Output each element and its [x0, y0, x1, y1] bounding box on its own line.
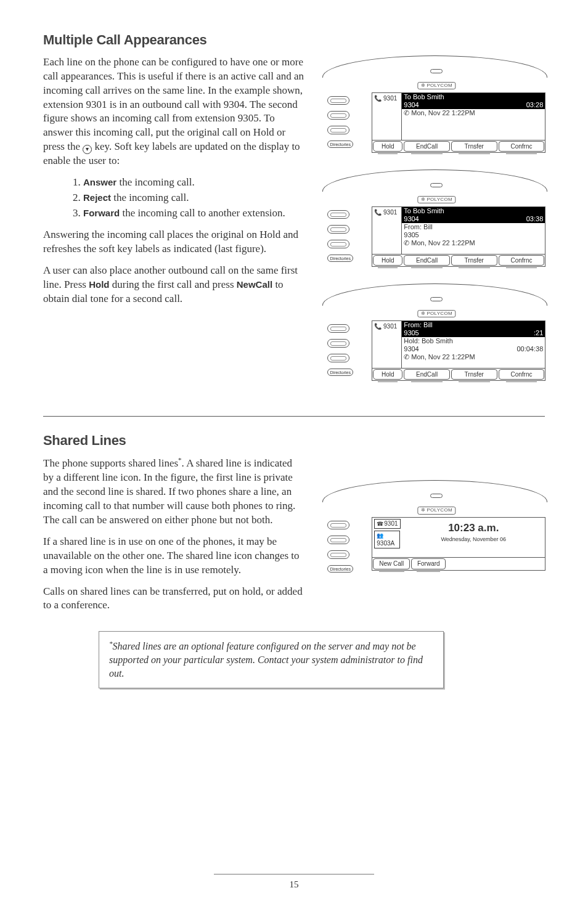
list-item-forward: 3. Forward the incoming call to another … — [73, 206, 304, 221]
call-state-icon: 📞 — [374, 323, 382, 330]
line-button-2 — [327, 111, 349, 120]
heading-multiple-call: Multiple Call Appearances — [43, 31, 545, 49]
idle-time: 10:23 a.m. — [402, 521, 545, 536]
softkey-confrnc: Confrnc — [499, 141, 545, 152]
line-button-3 — [327, 354, 349, 362]
lcd-line: To Bob Smith — [402, 93, 545, 101]
section-divider — [43, 416, 545, 417]
lcd-line: From: Bill — [402, 223, 545, 231]
softkey-endcall: EndCall — [404, 255, 450, 266]
list-item-answer: 1. Answer the incoming call. — [73, 176, 304, 190]
directories-button: Directories — [327, 369, 353, 376]
phone-illustration-1: ✲ POLYCOM Directories 📞 9301 To Bob Smit… — [322, 55, 550, 163]
lcd-line: 9305 — [402, 231, 545, 239]
lcd-line: 930400:04:38 — [402, 345, 545, 353]
softkey-confrnc: Confrnc — [499, 369, 545, 380]
page-number: 15 — [0, 874, 588, 891]
phone-illustration-3: ✲ POLYCOM Directories 📞 9301 From: Bill9… — [322, 283, 550, 391]
lcd-line: From: Bill — [402, 321, 545, 329]
line-button-2 — [327, 339, 349, 348]
line-button-1 — [327, 521, 349, 529]
line-button-1 — [327, 96, 349, 105]
phone-illustration-2: ✲ POLYCOM Directories 📞 9301 To Bob Smit… — [322, 169, 550, 277]
line-button-2 — [327, 225, 349, 234]
call-state-icon: 📞 — [374, 95, 382, 102]
softkey-hold: Hold — [373, 141, 402, 152]
ext-label-9301: ☎9301 — [374, 519, 400, 529]
softkey-hold: Hold — [373, 369, 402, 380]
phone-led-icon — [430, 183, 443, 187]
phone-illustration-shared: ✲ POLYCOM Directories ☎9301 👥9303A 10:23… — [322, 480, 550, 588]
line-button-3 — [327, 240, 349, 248]
list-item-reject: 2. Reject the incoming call. — [73, 191, 304, 205]
softkey-trnsfer: Trnsfer — [451, 369, 497, 380]
softkey-forward: Forward — [411, 558, 446, 569]
lcd-line: 930403:28 — [402, 101, 545, 109]
para-shared-1: The phone supports shared lines*. A shar… — [43, 455, 304, 527]
line-button-3 — [327, 126, 349, 134]
call-state-icon: 📞 — [374, 209, 382, 216]
phone-led-icon — [430, 494, 443, 498]
line-button-1 — [327, 210, 349, 219]
lcd-line: Hold: Bob Smith — [402, 337, 545, 345]
polycom-logo: ✲ POLYCOM — [418, 196, 455, 204]
phone-led-icon — [430, 69, 443, 73]
para-outbound: A user can also place another outbound c… — [43, 264, 304, 306]
lcd-line: ✆ Mon, Nov 22 1:22PM — [402, 109, 545, 117]
phone-icon: ☎ — [377, 521, 383, 527]
para-intro-a: Each line on the phone can be configured… — [43, 56, 304, 153]
line-button-3 — [327, 550, 349, 559]
softkey-trnsfer: Trnsfer — [451, 255, 497, 266]
ext-label-9303a: 👥9303A — [374, 531, 400, 548]
para-answering: Answering the incoming call places the o… — [43, 228, 304, 256]
softkey-newcall: New Call — [373, 558, 410, 569]
lcd-line: ✆ Mon, Nov 22 1:22PM — [402, 353, 545, 361]
softkey-endcall: EndCall — [404, 141, 450, 152]
softkey-endcall: EndCall — [404, 369, 450, 380]
down-arrow-key-icon: ▾ — [83, 145, 92, 154]
para-shared-2: If a shared line is in use on one of the… — [43, 535, 304, 577]
directories-button: Directories — [327, 565, 353, 573]
para-intro: Each line on the phone can be configured… — [43, 55, 304, 169]
directories-button: Directories — [327, 255, 353, 262]
lcd-line: 9305:21 — [402, 329, 545, 337]
directories-button: Directories — [327, 141, 353, 148]
polycom-logo: ✲ POLYCOM — [418, 507, 455, 515]
shared-line-icon: 👥 — [377, 532, 383, 539]
softkey-confrnc: Confrnc — [499, 255, 545, 266]
lcd-line: 930403:38 — [402, 215, 545, 223]
polycom-logo: ✲ POLYCOM — [418, 310, 455, 318]
lcd-line: ✆ Mon, Nov 22 1:22PM — [402, 239, 545, 247]
heading-shared-lines: Shared Lines — [43, 431, 545, 450]
softkey-hold: Hold — [373, 255, 402, 266]
line-button-2 — [327, 536, 349, 544]
footnote-box: *Shared lines are an optional feature co… — [99, 631, 444, 688]
phone-led-icon — [430, 297, 443, 301]
idle-date: Wednesday, November 06 — [402, 536, 545, 543]
polycom-logo: ✲ POLYCOM — [418, 82, 455, 90]
softkey-trnsfer: Trnsfer — [451, 141, 497, 152]
line-button-1 — [327, 324, 349, 333]
para-shared-3: Calls on shared lines can be transferred… — [43, 585, 304, 613]
lcd-line: To Bob Smith — [402, 207, 545, 215]
